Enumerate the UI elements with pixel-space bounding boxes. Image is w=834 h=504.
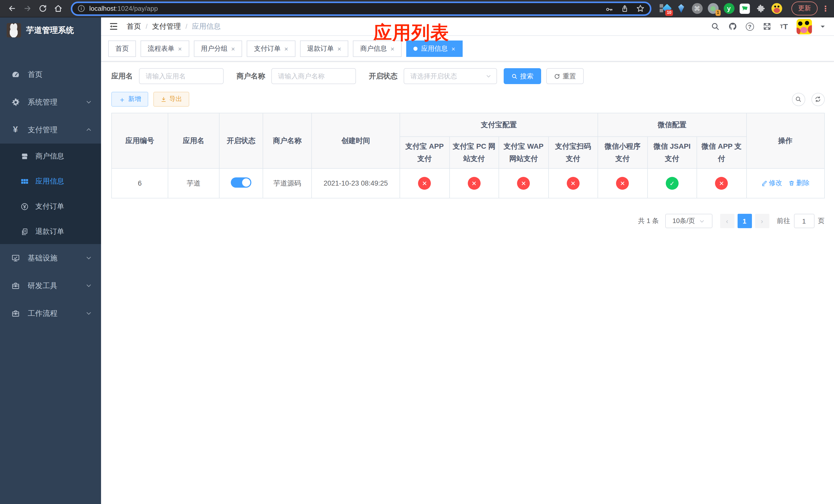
sidebar-item-merchant-info[interactable]: 商户信息 [0, 143, 101, 169]
col-alipay-qr: 支付宝扫码支付 [548, 137, 598, 168]
tabs-bar: 首页流程表单×用户分组×支付订单×退款订单×商户信息×应用信息× [101, 36, 834, 62]
tab-close-icon[interactable]: × [452, 45, 455, 52]
search-button[interactable]: 搜索 [504, 68, 541, 84]
github-icon[interactable] [728, 22, 737, 31]
profile-emoji-avatar[interactable] [771, 3, 782, 14]
tab-close-icon[interactable]: × [284, 45, 288, 52]
home-icon [53, 4, 62, 13]
app-name-input[interactable] [139, 68, 224, 84]
chevron-up-icon [86, 127, 92, 133]
app-name-label: 应用名 [111, 71, 133, 81]
extensions-puzzle-icon[interactable] [755, 3, 766, 14]
reload-icon [38, 4, 47, 13]
page-number-1[interactable]: 1 [737, 214, 752, 228]
col-status: 开启状态 [219, 113, 263, 168]
extension-devtools-icon[interactable]: 10 [660, 3, 671, 14]
extension-y-icon[interactable]: y [723, 3, 734, 14]
col-alipay-pc: 支付宝 PC 网站支付 [449, 137, 499, 168]
col-alipay-wap: 支付宝 WAP 网站支付 [499, 137, 548, 168]
next-page-button[interactable]: › [755, 214, 769, 228]
yen-circle-icon [21, 202, 29, 210]
sidebar-item-workflow[interactable]: 工作流程 [0, 299, 101, 327]
site-info-icon[interactable] [78, 5, 85, 12]
dashboard-icon [11, 70, 20, 79]
breadcrumb-separator: / [185, 23, 187, 30]
group-alipay-config: 支付宝配置 [400, 113, 598, 137]
sidebar-item-pay-order[interactable]: 支付订单 [0, 194, 101, 219]
tab-1[interactable]: 流程表单× [140, 41, 189, 57]
page-size-select[interactable]: 10条/页 [665, 214, 712, 228]
select-caret-icon [486, 73, 491, 79]
tab-close-icon[interactable]: × [337, 45, 341, 52]
sidebar-item-label: 商户信息 [36, 152, 64, 161]
sidebar-item-label: 系统管理 [28, 97, 58, 107]
enabled-toggle[interactable] [231, 177, 251, 188]
col-alipay-app: 支付宝 APP 支付 [400, 137, 449, 168]
tab-3[interactable]: 支付订单× [247, 41, 295, 57]
extension-command-icon[interactable]: ⌘ [692, 3, 703, 14]
sidebar-item-dev-tools[interactable]: 研发工具 [0, 272, 101, 299]
status-cross-icon: ✕ [468, 177, 481, 190]
tab-close-icon[interactable]: × [391, 45, 394, 52]
app-table: 应用编号 应用名 开启状态 商户名称 创建时间 支付宝配置 微信配置 操作 支付… [111, 113, 825, 199]
browser-home-button[interactable] [51, 2, 65, 15]
reset-button[interactable]: 重置 [546, 68, 584, 84]
show-search-button[interactable] [792, 93, 805, 106]
chevron-down-icon [86, 282, 92, 289]
forward-arrow-icon [23, 4, 31, 13]
delete-link[interactable]: 删除 [788, 179, 810, 188]
sidebar-item-system[interactable]: 系统管理 [0, 88, 101, 116]
status-select[interactable]: 请选择开启状态 [404, 68, 497, 84]
breadcrumb-home[interactable]: 首页 [127, 22, 141, 31]
browser-reload-button[interactable] [36, 2, 49, 15]
tab-4[interactable]: 退款订单× [300, 41, 349, 57]
status-check-icon: ✓ [666, 177, 679, 190]
goto-page-input[interactable] [794, 214, 814, 228]
sidebar-item-infrastructure[interactable]: 基础设施 [0, 244, 101, 272]
status-cross-icon: ✕ [418, 177, 431, 190]
tab-2[interactable]: 用户分组× [194, 41, 242, 57]
page-suffix-label: 页 [818, 216, 825, 226]
font-size-icon[interactable]: TT [780, 22, 788, 31]
yen-icon: ¥ [11, 125, 20, 134]
avatar-caret-icon[interactable] [821, 25, 825, 29]
password-key-icon[interactable] [605, 4, 613, 13]
sidebar-collapse-icon[interactable] [107, 20, 119, 32]
tab-0[interactable]: 首页 [108, 41, 136, 57]
extension-recorder-icon[interactable]: 1 [707, 3, 719, 14]
add-button[interactable]: ＋ 新增 [111, 92, 148, 107]
tab-close-icon[interactable]: × [178, 45, 182, 52]
share-icon[interactable] [621, 4, 629, 13]
extension-chat-icon[interactable] [739, 3, 750, 14]
breadcrumb-payment[interactable]: 支付管理 [152, 22, 181, 31]
plus-icon: ＋ [118, 96, 126, 103]
select-caret-icon [699, 218, 705, 224]
sidebar-item-app-info[interactable]: 应用信息 [0, 169, 101, 194]
sidebar-item-payment[interactable]: ¥ 支付管理 [0, 116, 101, 143]
user-avatar[interactable] [796, 19, 812, 34]
bookmark-star-icon[interactable] [636, 4, 645, 13]
header-search-icon[interactable] [711, 22, 719, 31]
sidebar-logo[interactable]: 芋道管理系统 [0, 18, 101, 43]
browser-update-button[interactable]: 更新 [791, 2, 818, 15]
help-icon[interactable]: ? [746, 22, 754, 30]
download-icon [160, 96, 167, 102]
sidebar: 芋道管理系统 首页 系统管理 ¥ 支付管理 [0, 18, 101, 504]
merchant-name-input[interactable] [271, 68, 356, 84]
prev-page-button[interactable]: ‹ [720, 214, 734, 228]
browser-back-button[interactable] [5, 2, 19, 15]
refresh-icon [554, 73, 560, 79]
export-button[interactable]: 导出 [153, 92, 189, 107]
tab-close-icon[interactable]: × [231, 45, 235, 52]
extension-gem-icon[interactable] [676, 3, 687, 14]
browser-menu-icon[interactable]: ⋮ [822, 4, 829, 13]
refresh-table-button[interactable] [811, 93, 825, 106]
url-bar[interactable]: localhost:1024/pay/app [71, 1, 652, 16]
edit-link[interactable]: 修改 [761, 179, 782, 188]
fullscreen-icon[interactable] [763, 22, 771, 31]
chevron-down-icon [86, 99, 92, 105]
browser-forward-button[interactable] [21, 2, 34, 15]
sidebar-item-label: 研发工具 [28, 281, 58, 291]
sidebar-item-refund-order[interactable]: 退款订单 [0, 219, 101, 244]
sidebar-item-home[interactable]: 首页 [0, 61, 101, 88]
